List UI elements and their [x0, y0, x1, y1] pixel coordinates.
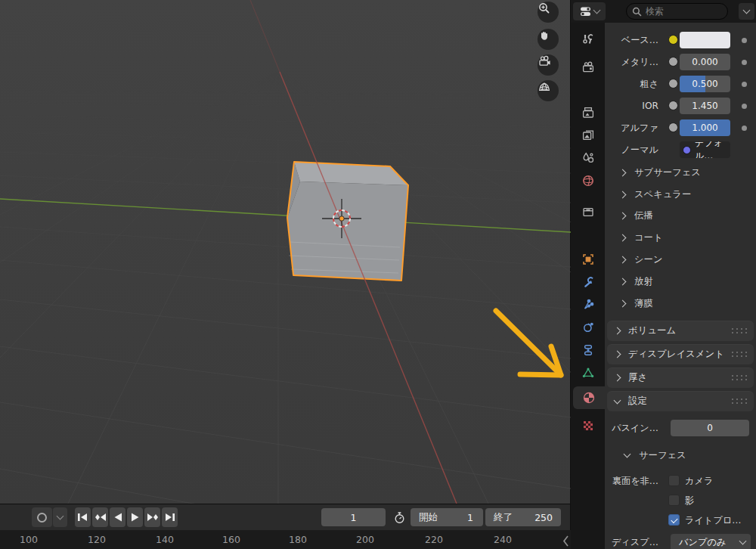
- view-projection-button[interactable]: [538, 80, 559, 101]
- play-icon: [131, 513, 140, 522]
- next-keyframe-button[interactable]: [144, 507, 160, 527]
- cube-object[interactable]: [287, 162, 408, 281]
- tab-world[interactable]: [571, 170, 605, 191]
- metallic-slider[interactable]: 0.000: [680, 54, 730, 70]
- tab-scene[interactable]: [571, 147, 605, 169]
- pan-button[interactable]: [538, 29, 559, 50]
- jump-end-icon: [164, 513, 175, 522]
- socket-icon[interactable]: [668, 123, 678, 132]
- tab-view-layer[interactable]: [571, 125, 605, 146]
- tab-constraints[interactable]: [571, 340, 605, 361]
- decorator-dot[interactable]: [742, 126, 747, 131]
- chevron-right-icon: [614, 327, 621, 335]
- base-color-swatch[interactable]: [680, 32, 730, 48]
- panel-settings[interactable]: 設定: [607, 391, 754, 411]
- timeline-ruler[interactable]: 100 120 140 160 180 200 220 240: [0, 530, 571, 549]
- prev-keyframe-button[interactable]: [92, 507, 108, 527]
- displacement-label: ディスプ…: [605, 536, 658, 549]
- chevron-down-icon: [739, 538, 747, 545]
- light-probe-checkbox[interactable]: [668, 514, 680, 526]
- mesh-data-icon: [581, 366, 595, 380]
- section-subsurface[interactable]: サブサーフェス: [605, 163, 756, 181]
- viewport-3d[interactable]: [0, 0, 571, 504]
- camera-view-button[interactable]: [538, 54, 559, 76]
- light-probe-checkbox-label: ライトプロ…: [685, 514, 742, 527]
- decorator-dot[interactable]: [742, 60, 747, 65]
- jump-to-start-button[interactable]: [75, 507, 91, 527]
- tab-physics[interactable]: [571, 317, 605, 338]
- grip-icon[interactable]: [731, 398, 748, 405]
- ior-slider[interactable]: 1.450: [680, 98, 730, 114]
- current-frame-field[interactable]: 1: [321, 508, 386, 526]
- subsection-surface[interactable]: サーフェス: [605, 446, 756, 464]
- socket-icon[interactable]: [668, 101, 678, 110]
- jump-to-end-button[interactable]: [162, 507, 178, 527]
- tab-texture[interactable]: [571, 415, 605, 436]
- normal-label: ノーマル: [605, 144, 658, 157]
- frame-end-field[interactable]: 終了 250: [485, 508, 561, 526]
- editor-type-button[interactable]: [573, 2, 606, 20]
- tab-collection[interactable]: [571, 201, 605, 222]
- displacement-dropdown[interactable]: バンプのみ: [671, 534, 751, 549]
- section-emission[interactable]: 放射: [605, 272, 756, 290]
- play-reverse-button[interactable]: [110, 507, 125, 527]
- grip-icon[interactable]: [731, 351, 748, 358]
- timeline-editor[interactable]: 1 開始 1 終了 250 100 120 140 160 180 200 22…: [0, 504, 571, 549]
- search-box[interactable]: [626, 3, 728, 20]
- shadow-checkbox[interactable]: [668, 495, 680, 506]
- panel-volume[interactable]: ボリューム: [607, 321, 754, 341]
- auto-keying-button[interactable]: [32, 507, 52, 527]
- use-preview-range-button[interactable]: [390, 508, 408, 526]
- zoom-button[interactable]: [538, 2, 559, 23]
- constraints-icon: [581, 343, 595, 357]
- decorator-dot[interactable]: [742, 38, 747, 43]
- hand-icon: [538, 29, 551, 42]
- search-input[interactable]: [646, 6, 721, 17]
- roughness-slider[interactable]: 0.500: [680, 76, 730, 92]
- pass-index-row: パスイン… 0: [605, 420, 756, 436]
- axis-x-red: [250, 0, 457, 504]
- properties-header: [571, 0, 756, 23]
- backface-label: 裏面を非…: [605, 475, 658, 488]
- ruler-tick: 120: [88, 534, 106, 545]
- material-icon: [582, 391, 596, 405]
- section-coat[interactable]: コート: [605, 228, 756, 247]
- chevron-left-icon: [562, 535, 569, 547]
- keying-options-button[interactable]: [53, 507, 67, 527]
- alpha-slider[interactable]: 1.000: [680, 119, 730, 136]
- panel-thickness[interactable]: 厚さ: [607, 368, 754, 388]
- play-button[interactable]: [127, 507, 143, 527]
- panel-displacement[interactable]: ディスプレイスメント: [607, 344, 754, 364]
- decorator-dot[interactable]: [742, 104, 747, 109]
- pass-index-field[interactable]: 0: [671, 420, 749, 436]
- tab-render[interactable]: [571, 57, 605, 78]
- normal-input[interactable]: デフォル…: [680, 141, 730, 158]
- frame-end-label: 終了: [494, 511, 513, 524]
- tab-tool[interactable]: [571, 29, 605, 50]
- grip-icon[interactable]: [731, 327, 748, 334]
- socket-icon[interactable]: [668, 79, 678, 88]
- header-options-button[interactable]: [739, 3, 754, 20]
- camera-checkbox[interactable]: [668, 475, 680, 486]
- decorator-dot[interactable]: [742, 82, 747, 87]
- tab-object[interactable]: [571, 249, 605, 270]
- socket-icon[interactable]: [668, 57, 678, 67]
- section-transmission[interactable]: 伝播: [605, 206, 756, 225]
- section-sheen[interactable]: シーン: [605, 250, 756, 268]
- frame-start-field[interactable]: 開始 1: [411, 508, 483, 526]
- tab-modifiers[interactable]: [571, 271, 605, 293]
- socket-color-icon[interactable]: [668, 35, 678, 45]
- particles-icon: [581, 298, 595, 312]
- chevron-down-icon: [743, 7, 751, 14]
- grip-icon[interactable]: [731, 374, 748, 381]
- render-camera-icon: [581, 60, 595, 74]
- tab-output[interactable]: [571, 102, 605, 123]
- input-row-base-color: ベース…: [605, 32, 756, 48]
- tab-particles[interactable]: [571, 294, 605, 315]
- section-specular[interactable]: スペキュラー: [605, 185, 756, 203]
- tab-object-data[interactable]: [571, 362, 605, 383]
- properties-content: ベース… メタリ… 0.000 粗さ 0.500: [605, 23, 756, 549]
- chevron-down-icon: [624, 451, 631, 458]
- tab-material[interactable]: [573, 386, 605, 409]
- section-thin-film[interactable]: 薄膜: [605, 294, 756, 312]
